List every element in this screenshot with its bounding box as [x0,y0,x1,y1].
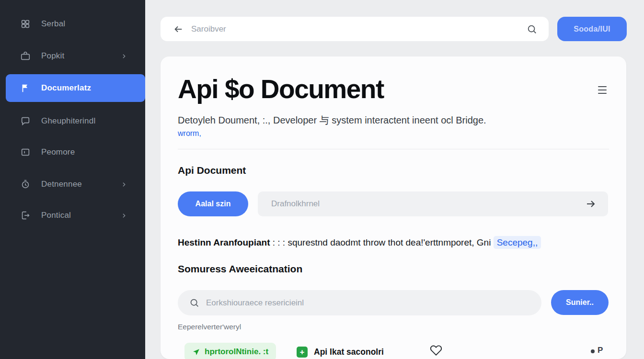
p-badge-icon[interactable]: P [598,346,603,355]
dot-icon[interactable] [591,349,595,353]
sidebar-item-label: Peomore [41,147,75,157]
resources-search-bar [178,290,541,315]
chevron-right-icon [121,53,127,59]
chevron-right-icon [121,181,127,188]
sidebar-item-detnennee[interactable]: Detnennee [0,173,145,196]
description-note: Hestinn Aranfoupiant : : : squrestnd dao… [178,237,541,248]
content-card: Api $o Document Detoyleh Doument, :., De… [161,56,626,359]
resources-search-button[interactable]: Sunier.. [551,290,609,315]
sidebar-item-peomore[interactable]: Peomore [0,141,145,164]
sidebar-item-pontical[interactable]: Pontical [0,204,145,227]
status-badge-label: hprtorolNtinie. :t [205,347,268,357]
sidebar: Serbal Popkit Documerlatz Gheuphiterindl [0,0,145,359]
sidebar-item-label: Detnennee [41,180,82,189]
sidebar-item-label: Pontical [41,211,71,220]
sidebar-item-gheuphiterindl[interactable]: Gheuphiterindl [0,110,145,133]
topbar-action-button[interactable]: Sooda/IUI [557,17,627,41]
resources-heading: Somuress Aweeicatnation [178,263,302,275]
page-title: Api $o Document [178,74,384,104]
result-item-title: Api Ikat saconolri [314,347,384,357]
sidebar-item-documerlatz[interactable]: Documerlatz [6,74,145,102]
top-search-bar [161,17,549,41]
note-highlight-link[interactable]: Secepeg,, [494,236,541,249]
flag-icon [20,83,31,93]
logout-icon [20,210,31,221]
api-input[interactable] [271,199,585,209]
arrow-right-icon[interactable] [585,198,597,210]
note-body-text: : : : squrestnd daodmt throw thot dea!'e… [270,237,493,247]
results-caption: Eeperelverter'weryl [178,323,241,331]
divider [178,149,609,149]
briefcase-icon [20,51,31,61]
subtitle-link[interactable]: wrorm, [178,129,201,138]
note-bold-text: Hestinn Aranfoupiant [178,237,270,247]
sidebar-item-label: Gheuphiterindl [41,116,95,126]
search-icon[interactable] [527,24,537,34]
heart-icon[interactable] [430,344,442,356]
api-section-heading: Api Document [178,165,246,176]
green-plus-icon: + [297,347,308,358]
sidebar-item-label: Popkit [41,51,64,61]
status-badge[interactable]: hprtorolNtinie. :t [184,343,276,359]
api-input-field [258,191,608,216]
chevron-right-icon [121,213,127,219]
sidebar-item-serbal[interactable]: Serbal [0,12,145,35]
share-arrow-icon [192,348,200,356]
card-icon [20,147,31,157]
chat-icon [20,116,31,126]
search-input[interactable] [191,24,527,34]
back-arrow-icon[interactable] [173,24,184,34]
menu-icon[interactable] [598,86,607,96]
page-subtitle: Detoyleh Doument, :., Developer 与 system… [178,114,486,127]
grid-icon [20,19,31,29]
resources-search-input[interactable] [206,298,541,308]
sidebar-item-popkit[interactable]: Popkit [0,45,145,67]
sidebar-item-label: Serbal [41,19,65,29]
add-button[interactable]: Aalal szin [178,191,248,216]
sidebar-item-label: Documerlatz [41,83,91,93]
search-icon [189,298,199,308]
clock-icon [20,179,31,190]
